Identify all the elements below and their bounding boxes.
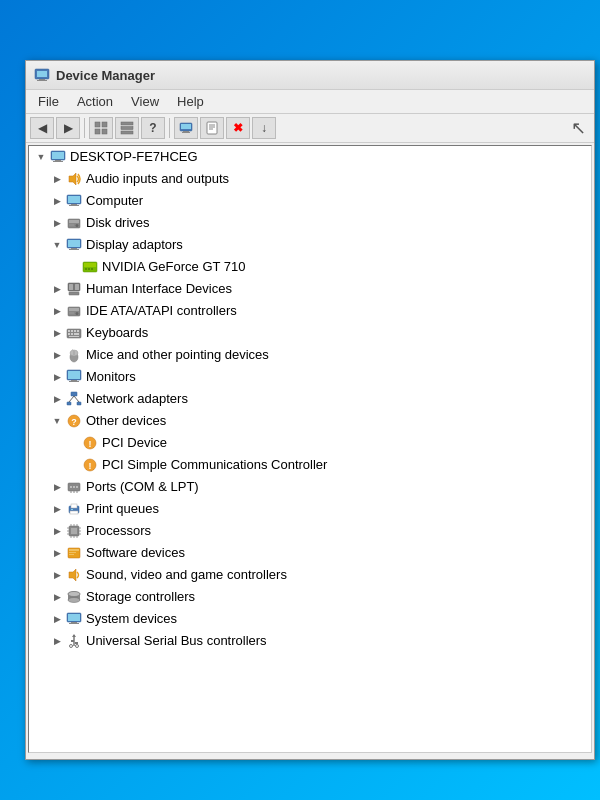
ports-label: Ports (COM & LPT) xyxy=(86,477,199,497)
tree-item-nvidia[interactable]: ▶ NVIDIA GeForce GT 710 xyxy=(29,256,591,278)
svg-point-80 xyxy=(76,486,78,488)
view1-button[interactable] xyxy=(89,117,113,139)
tree-item-other[interactable]: ▼ ? Other devices xyxy=(29,410,591,432)
tree-item-monitors[interactable]: ▶ Monitors xyxy=(29,366,591,388)
menu-view[interactable]: View xyxy=(123,92,167,111)
disk-expander[interactable]: ▶ xyxy=(49,215,65,231)
svg-rect-42 xyxy=(69,284,73,290)
storage-expander[interactable]: ▶ xyxy=(49,589,65,605)
svg-rect-31 xyxy=(69,225,74,226)
other-expander[interactable]: ▼ xyxy=(49,413,65,429)
separator-1 xyxy=(84,118,85,138)
tree-item-system[interactable]: ▶ System devices xyxy=(29,608,591,630)
tree-item-pci-comm[interactable]: ! PCI Simple Communications Controller xyxy=(29,454,591,476)
audio-expander[interactable]: ▶ xyxy=(49,171,65,187)
computer-expander[interactable]: ▶ xyxy=(49,193,65,209)
tree-item-network[interactable]: ▶ Network adapters xyxy=(29,388,591,410)
tree-item-software[interactable]: ▶ Software devices xyxy=(29,542,591,564)
svg-point-78 xyxy=(70,486,72,488)
menu-action[interactable]: Action xyxy=(69,92,121,111)
update-button[interactable]: ↓ xyxy=(252,117,276,139)
root-expander[interactable]: ▼ xyxy=(33,149,49,165)
svg-marker-23 xyxy=(69,173,76,185)
tree-item-storage[interactable]: ▶ Storage controllers xyxy=(29,586,591,608)
menu-file[interactable]: File xyxy=(30,92,67,111)
ide-expander[interactable]: ▶ xyxy=(49,303,65,319)
tree-item-pci-device[interactable]: ! PCI Device xyxy=(29,432,591,454)
properties-button[interactable] xyxy=(200,117,224,139)
tree-item-hid[interactable]: ▶ Human Interface Devices xyxy=(29,278,591,300)
svg-text:?: ? xyxy=(71,417,77,427)
usb-expander[interactable]: ▶ xyxy=(49,633,65,649)
svg-rect-117 xyxy=(71,640,74,642)
network-expander[interactable]: ▶ xyxy=(49,391,65,407)
software-expander[interactable]: ▶ xyxy=(49,545,65,561)
tree-item-display[interactable]: ▼ Display adaptors xyxy=(29,234,591,256)
uninstall-button[interactable]: ✖ xyxy=(226,117,250,139)
tree-item-disk[interactable]: ▶ Disk drives xyxy=(29,212,591,234)
ports-expander[interactable]: ▶ xyxy=(49,479,65,495)
monitors-icon xyxy=(65,368,83,386)
svg-rect-55 xyxy=(71,333,73,335)
processors-expander[interactable]: ▶ xyxy=(49,523,65,539)
network-icon xyxy=(65,390,83,408)
tree-item-audio[interactable]: ▶ Audio inputs and outputs xyxy=(29,168,591,190)
tree-item-ports[interactable]: ▶ Ports (COM & LPT) xyxy=(29,476,591,498)
cursor-icon: ↖ xyxy=(571,117,590,139)
svg-rect-114 xyxy=(69,623,79,624)
print-icon xyxy=(65,500,83,518)
window-icon xyxy=(34,67,50,83)
other-label: Other devices xyxy=(86,411,166,431)
print-expander[interactable]: ▶ xyxy=(49,501,65,517)
back-button[interactable]: ◀ xyxy=(30,117,54,139)
usb-icon xyxy=(65,632,83,650)
menu-help[interactable]: Help xyxy=(169,92,212,111)
tree-item-mice[interactable]: ▶ Mice and other pointing devices xyxy=(29,344,591,366)
help-button[interactable]: ? xyxy=(141,117,165,139)
display-icon xyxy=(65,236,83,254)
svg-rect-105 xyxy=(69,554,74,555)
sound-expander[interactable]: ▶ xyxy=(49,567,65,583)
svg-rect-85 xyxy=(71,504,77,508)
svg-text:!: ! xyxy=(89,461,92,471)
ports-icon xyxy=(65,478,83,496)
keyboard-label: Keyboards xyxy=(86,323,148,343)
sound-label: Sound, video and game controllers xyxy=(86,565,287,585)
tree-item-processors[interactable]: ▶ xyxy=(29,520,591,542)
tree-item-keyboard[interactable]: ▶ Keyboards xyxy=(29,322,591,344)
tree-item-sound[interactable]: ▶ Sound, video and game controllers xyxy=(29,564,591,586)
pci-comm-label: PCI Simple Communications Controller xyxy=(102,455,327,475)
device-button[interactable] xyxy=(174,117,198,139)
svg-rect-48 xyxy=(69,313,74,314)
svg-line-69 xyxy=(69,396,74,402)
svg-rect-25 xyxy=(68,196,80,203)
device-tree[interactable]: ▼ DESKTOP-FE7HCEG ▶ xyxy=(28,145,592,753)
tree-item-print[interactable]: ▶ Print queues xyxy=(29,498,591,520)
processors-icon xyxy=(65,522,83,540)
svg-rect-35 xyxy=(69,249,79,250)
svg-rect-40 xyxy=(91,268,93,270)
hid-icon xyxy=(65,280,83,298)
tree-item-computer[interactable]: ▶ Computer xyxy=(29,190,591,212)
view2-button[interactable] xyxy=(115,117,139,139)
mice-expander[interactable]: ▶ xyxy=(49,347,65,363)
device-manager-window: Device Manager File Action View Help ◀ ▶ xyxy=(25,60,595,760)
tree-item-ide[interactable]: ▶ IDE ATA/ATAPI controllers xyxy=(29,300,591,322)
computer-icon xyxy=(65,192,83,210)
forward-button[interactable]: ▶ xyxy=(56,117,80,139)
svg-rect-104 xyxy=(69,552,76,553)
display-expander[interactable]: ▼ xyxy=(49,237,65,253)
mice-label: Mice and other pointing devices xyxy=(86,345,269,365)
tree-item-usb[interactable]: ▶ Universal Serial Bus controllers xyxy=(29,630,591,652)
system-expander[interactable]: ▶ xyxy=(49,611,65,627)
keyboard-expander[interactable]: ▶ xyxy=(49,325,65,341)
usb-label: Universal Serial Bus controllers xyxy=(86,631,267,651)
monitors-expander[interactable]: ▶ xyxy=(49,369,65,385)
desktop: Device Manager File Action View Help ◀ ▶ xyxy=(0,0,600,800)
svg-point-120 xyxy=(76,645,79,648)
svg-text:!: ! xyxy=(89,439,92,449)
tree-root[interactable]: ▼ DESKTOP-FE7HCEG xyxy=(29,146,591,168)
window-title: Device Manager xyxy=(56,68,155,83)
hid-expander[interactable]: ▶ xyxy=(49,281,65,297)
svg-point-79 xyxy=(73,486,75,488)
